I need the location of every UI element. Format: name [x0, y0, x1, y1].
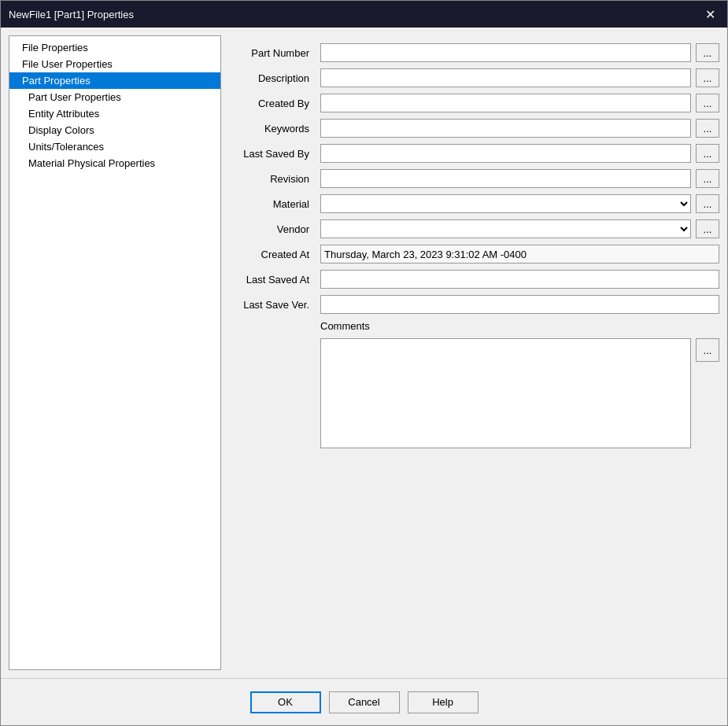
dots-button-description[interactable]: ...	[696, 68, 719, 87]
select-material[interactable]	[320, 194, 691, 213]
sidebar-item-file-user-properties[interactable]: File User Properties	[9, 56, 220, 72]
dots-button-created-by[interactable]: ...	[696, 94, 719, 112]
form-row-keywords: Keywords...	[229, 119, 719, 138]
input-revision[interactable]	[320, 169, 691, 188]
main-content: Part Number...Description...Created By..…	[229, 35, 719, 670]
label-last-saved-by: Last Saved By	[229, 148, 316, 160]
form-row-created-at: Created AtThursday, March 23, 2023 9:31:…	[229, 245, 719, 263]
form-row-last-save-ver: Last Save Ver.	[229, 295, 719, 314]
close-button[interactable]: ✕	[700, 5, 719, 24]
comments-heading: Comments	[320, 320, 719, 332]
input-created-by[interactable]	[320, 94, 691, 112]
comments-label-row: Comments	[229, 320, 719, 332]
dialog-title: NewFile1 [Part1] Properties	[9, 9, 134, 20]
dots-button-last-saved-by[interactable]: ...	[696, 144, 719, 163]
dots-button-part-number[interactable]: ...	[696, 43, 719, 62]
dots-button-material[interactable]: ...	[696, 194, 719, 213]
form-row-part-number: Part Number...	[229, 43, 719, 62]
sidebar-item-material-physical-properties[interactable]: Material Physical Properties	[9, 155, 220, 171]
sidebar-item-file-properties[interactable]: File Properties	[9, 39, 220, 56]
input-last-saved-at[interactable]	[320, 270, 719, 289]
label-description: Description	[229, 72, 316, 84]
form-row-created-by: Created By...	[229, 94, 719, 112]
label-created-by: Created By	[229, 98, 316, 109]
label-keywords: Keywords	[229, 123, 316, 135]
input-part-number[interactable]	[320, 43, 691, 62]
dots-button-vendor[interactable]: ...	[696, 219, 719, 238]
dots-button-revision[interactable]: ...	[696, 169, 719, 188]
bottom-bar: OK Cancel Help	[1, 678, 727, 725]
label-last-save-ver: Last Save Ver.	[229, 299, 316, 311]
form-row-vendor: Vendor...	[229, 219, 719, 238]
input-last-saved-by[interactable]	[320, 144, 691, 163]
label-created-at: Created At	[229, 249, 316, 260]
form-row-last-saved-at: Last Saved At	[229, 270, 719, 289]
comments-row: ...	[229, 338, 719, 448]
help-button[interactable]: Help	[408, 691, 479, 713]
input-last-save-ver[interactable]	[320, 295, 719, 314]
label-material: Material	[229, 198, 316, 210]
select-vendor[interactable]	[320, 219, 691, 238]
dialog: NewFile1 [Part1] Properties ✕ File Prope…	[0, 0, 728, 726]
label-revision: Revision	[229, 173, 316, 185]
sidebar-item-entity-attributes[interactable]: Entity Attributes	[9, 105, 220, 122]
sidebar: File PropertiesFile User PropertiesPart …	[9, 35, 221, 670]
sidebar-item-display-colors[interactable]: Display Colors	[9, 122, 220, 138]
form-row-description: Description...	[229, 68, 719, 87]
form-row-last-saved-by: Last Saved By...	[229, 144, 719, 163]
input-keywords[interactable]	[320, 119, 691, 138]
ok-button[interactable]: OK	[250, 691, 321, 713]
input-description[interactable]	[320, 68, 691, 87]
sidebar-item-part-properties[interactable]: Part Properties	[9, 72, 220, 89]
dialog-body: File PropertiesFile User PropertiesPart …	[1, 28, 727, 678]
label-vendor: Vendor	[229, 223, 316, 235]
dots-button-keywords[interactable]: ...	[696, 119, 719, 138]
comments-textarea[interactable]	[320, 338, 691, 448]
label-part-number: Part Number	[229, 47, 316, 59]
readonly-created-at: Thursday, March 23, 2023 9:31:02 AM -040…	[320, 245, 719, 263]
form-row-material: Material...	[229, 194, 719, 213]
form-row-revision: Revision...	[229, 169, 719, 188]
sidebar-item-part-user-properties[interactable]: Part User Properties	[9, 89, 220, 105]
title-bar: NewFile1 [Part1] Properties ✕	[1, 1, 727, 28]
sidebar-item-units-tolerances[interactable]: Units/Tolerances	[9, 138, 220, 155]
cancel-button[interactable]: Cancel	[329, 691, 400, 713]
comments-dots-button[interactable]: ...	[696, 338, 719, 362]
label-last-saved-at: Last Saved At	[229, 274, 316, 286]
form-area: Part Number...Description...Created By..…	[229, 35, 719, 670]
